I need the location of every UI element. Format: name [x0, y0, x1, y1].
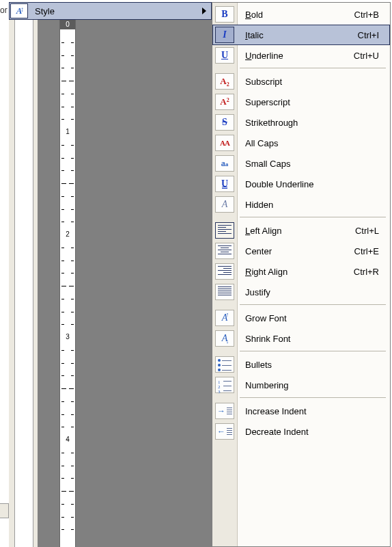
all-caps-icon: AA [215, 135, 234, 151]
menu-item-label: Bold [245, 10, 354, 20]
subscript-icon: A2 [215, 73, 234, 90]
window-left-strip [9, 20, 38, 547]
ruler-label: 2 [60, 230, 75, 238]
bold-icon: B [215, 6, 234, 23]
menu-item-label: Strikethrough [245, 118, 390, 128]
align-right-icon [215, 263, 234, 280]
menu-separator [212, 395, 390, 401]
menu-item-label: All Caps [245, 138, 390, 148]
menu-item-label: Right Align [245, 267, 354, 277]
menu-item-label: Subscript [245, 77, 390, 87]
menu-item-shortcut: Ctrl+U [354, 51, 379, 61]
increase-indent-icon: → [215, 403, 234, 419]
numbering-icon: 123 [215, 377, 234, 393]
menu-item-label: Hidden [245, 200, 390, 210]
italic-icon: I [215, 27, 234, 43]
ruler-label: 1 [60, 128, 75, 135]
menu-item-label: Double Underline [245, 179, 390, 189]
menu-item-label: Numbering [245, 380, 390, 390]
shrink-font-icon: A [215, 330, 234, 347]
menu-item-strike[interactable]: SStrikethrough [212, 112, 390, 133]
menu-item-style-label: Style [35, 6, 202, 16]
superscript-icon: A2 [215, 94, 234, 110]
menu-item-label: Shrink Font [245, 334, 390, 344]
menu-item-shortcut: Ctrl+L [355, 226, 379, 236]
menu-item-label: Left Align [245, 226, 355, 236]
menu-item-shrinkfont[interactable]: AShrink Font [212, 328, 390, 349]
menu-item-label: Bullets [245, 360, 390, 370]
ruler-label: 3 [60, 333, 75, 341]
menu-item-center[interactable]: CenterCtrl+E [212, 241, 390, 261]
menu-item-allcaps[interactable]: AAAll Caps [212, 133, 390, 153]
menu-item-growfont[interactable]: AGrow Font [212, 308, 390, 328]
menu-item-label: Superscript [245, 97, 390, 107]
menu-item-subscript[interactable]: A2Subscript [212, 71, 390, 92]
menu-item-label: Grow Font [245, 313, 390, 323]
menu-item-italic[interactable]: IItalicCtrl+I [212, 25, 390, 45]
menu-separator [212, 66, 390, 71]
menu-item-bullets[interactable]: Bullets [212, 354, 390, 375]
menu-item-label: Italic [245, 30, 358, 40]
truncated-text-left: or [0, 5, 8, 15]
style-icon: A [10, 3, 28, 18]
document-background: 0 1234 [38, 20, 212, 547]
menu-item-leftalign[interactable]: Left AlignCtrl+L [212, 220, 390, 241]
menu-item-shortcut: Ctrl+B [354, 10, 379, 20]
style-submenu: BBoldCtrl+BIItalicCtrl+IUUnderlineCtrl+U… [212, 2, 391, 547]
underline-icon: U [215, 47, 234, 64]
menu-item-shortcut: Ctrl+E [354, 246, 379, 256]
menu-separator [212, 215, 390, 220]
double-underline-icon: U [215, 176, 234, 192]
menu-item-label: Increase Indent [245, 406, 390, 416]
small-caps-icon: aa [215, 155, 234, 172]
menu-item-label: Center [245, 246, 354, 256]
ruler-origin: 0 [60, 20, 75, 29]
menu-item-incindent[interactable]: →Increase Indent [212, 401, 390, 421]
vertical-ruler: 0 1234 [59, 20, 76, 547]
menu-item-shortcut: Ctrl+I [358, 30, 379, 40]
align-left-icon [215, 222, 234, 239]
menu-item-superscript[interactable]: A2Superscript [212, 92, 390, 112]
submenu-arrow-icon [202, 8, 206, 14]
menu-item-decindent[interactable]: ←Decreate Indent [212, 421, 390, 442]
align-justify-icon [215, 284, 234, 300]
menu-separator [212, 349, 390, 354]
menu-separator [212, 302, 390, 308]
menu-item-rightalign[interactable]: Right AlignCtrl+R [212, 261, 390, 282]
menu-item-dblunderline[interactable]: UDouble Underline [212, 174, 390, 194]
menu-item-numbering[interactable]: 123Numbering [212, 375, 390, 395]
strikethrough-icon: S [215, 114, 234, 131]
menu-item-label: Justify [245, 287, 390, 297]
grow-font-icon: A [215, 310, 234, 326]
align-center-icon [215, 243, 234, 259]
menu-item-label: Underline [245, 51, 354, 61]
ruler-label: 4 [60, 436, 75, 443]
menu-item-underline[interactable]: UUnderlineCtrl+U [212, 45, 390, 66]
decrease-indent-icon: ← [215, 423, 234, 440]
menu-item-bold[interactable]: BBoldCtrl+B [212, 4, 390, 25]
menu-item-shortcut: Ctrl+R [354, 267, 379, 277]
truncated-panel [0, 503, 9, 518]
menu-item-justify[interactable]: Justify [212, 282, 390, 302]
menu-item-label: Decreate Indent [245, 427, 390, 437]
menu-item-hidden[interactable]: AHidden [212, 194, 390, 215]
bullets-icon [215, 356, 234, 373]
screenshot-root: or A Style 0 1234 BBoldCtrl+BIItalicCtrl… [0, 0, 392, 547]
menu-item-style[interactable]: A Style [9, 2, 212, 20]
hidden-icon: A [215, 196, 234, 213]
menu-item-label: Small Caps [245, 159, 390, 169]
menu-item-smallcaps[interactable]: aaSmall Caps [212, 153, 390, 174]
